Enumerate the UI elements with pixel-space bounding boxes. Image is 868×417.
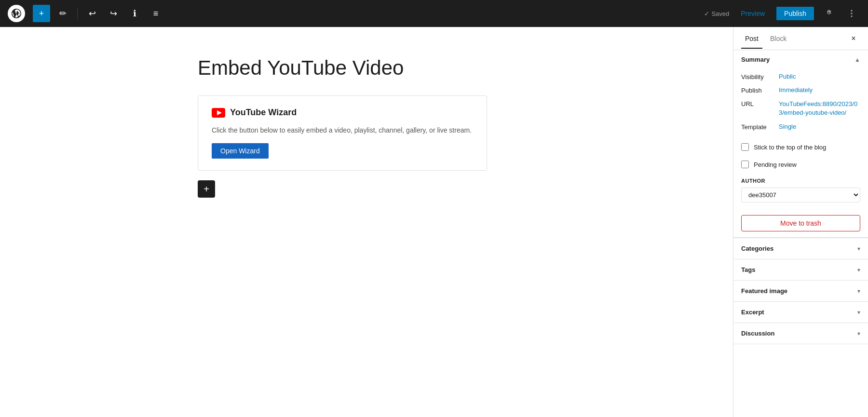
template-row: Template Single <box>741 123 860 131</box>
excerpt-chevron-icon: ▾ <box>857 309 860 316</box>
svg-point-0 <box>851 10 852 12</box>
categories-chevron-icon: ▾ <box>857 245 860 252</box>
settings-button[interactable] <box>820 5 837 22</box>
summary-title: Summary <box>741 56 770 63</box>
saved-indicator: ✓ Saved <box>704 10 729 17</box>
wizard-title: YouTube Wizard <box>230 108 297 118</box>
post-title[interactable]: Embed YouTube Video <box>198 56 535 80</box>
undo-button[interactable]: ↩ <box>83 5 101 22</box>
excerpt-title: Excerpt <box>741 309 764 316</box>
youtube-wizard-block[interactable]: YouTube Wizard Click the button below to… <box>198 95 487 171</box>
tags-title: Tags <box>741 266 755 273</box>
excerpt-section: Excerpt ▾ <box>733 302 868 323</box>
stick-to-top-checkbox[interactable] <box>741 143 749 151</box>
info-button[interactable]: ℹ <box>126 5 143 22</box>
author-label: AUTHOR <box>741 178 860 184</box>
wp-logo[interactable] <box>8 5 25 22</box>
sidebar: Post Block × Summary ▲ Visibility Public… <box>733 27 868 417</box>
excerpt-header[interactable]: Excerpt ▾ <box>733 302 868 323</box>
toolbar-right: ✓ Saved Preview Publish <box>704 5 860 22</box>
categories-title: Categories <box>741 245 773 252</box>
editor-area: Embed YouTube Video YouTube Wizard Click… <box>0 27 733 417</box>
sidebar-header: Post Block × <box>733 27 868 50</box>
main-layout: Embed YouTube Video YouTube Wizard Click… <box>0 27 868 417</box>
categories-header[interactable]: Categories ▾ <box>733 238 868 259</box>
publish-button[interactable]: Publish <box>776 7 814 20</box>
author-section: AUTHOR dee35007 <box>733 173 868 209</box>
featured-image-section: Featured image ▾ <box>733 281 868 302</box>
tags-header[interactable]: Tags ▾ <box>733 259 868 280</box>
editor-content: Embed YouTube Video YouTube Wizard Click… <box>178 56 555 198</box>
open-wizard-button[interactable]: Open Wizard <box>212 143 269 159</box>
featured-image-chevron-icon: ▾ <box>857 288 860 295</box>
url-row: URL YouTubeFeeds:8890/2023/03/embed-yout… <box>741 100 860 117</box>
add-block-inline-button[interactable]: + <box>198 180 215 198</box>
template-value[interactable]: Single <box>779 123 860 130</box>
tab-post[interactable]: Post <box>741 29 762 48</box>
publish-value[interactable]: Immediately <box>779 86 860 94</box>
discussion-title: Discussion <box>741 330 774 337</box>
svg-point-1 <box>851 13 852 14</box>
discussion-header[interactable]: Discussion ▾ <box>733 323 868 344</box>
template-label: Template <box>741 123 775 131</box>
toolbar: + ✏ ↩ ↪ ℹ ≡ ✓ Saved Preview Publish <box>0 0 868 27</box>
summary-grid: Visibility Public Publish Immediately UR… <box>733 69 868 138</box>
edit-button[interactable]: ✏ <box>54 5 71 22</box>
visibility-label: Visibility <box>741 73 775 81</box>
url-label: URL <box>741 100 775 108</box>
featured-image-title: Featured image <box>741 287 787 295</box>
publish-label: Publish <box>741 86 775 94</box>
move-to-trash-button[interactable]: Move to trash <box>741 215 860 231</box>
pending-review-label[interactable]: Pending review <box>754 161 797 168</box>
summary-toggle-icon: ▲ <box>854 56 860 63</box>
separator <box>77 8 78 19</box>
trash-section: Move to trash <box>733 209 868 238</box>
summary-section-header[interactable]: Summary ▲ <box>733 50 868 69</box>
publish-row: Publish Immediately <box>741 86 860 94</box>
categories-section: Categories ▾ <box>733 238 868 259</box>
author-select[interactable]: dee35007 <box>741 188 860 202</box>
tags-section: Tags ▾ <box>733 259 868 281</box>
stick-to-top-row: Stick to the top of the blog <box>733 138 868 156</box>
pending-review-checkbox[interactable] <box>741 161 749 168</box>
svg-point-2 <box>851 15 852 17</box>
youtube-icon <box>212 108 225 118</box>
saved-text: Saved <box>711 10 729 17</box>
redo-button[interactable]: ↪ <box>105 5 122 22</box>
wizard-description: Click the button below to easily embed a… <box>212 125 473 135</box>
visibility-value[interactable]: Public <box>779 73 860 80</box>
more-options-button[interactable] <box>843 5 860 22</box>
summary-section: Summary ▲ Visibility Public Publish Imme… <box>733 50 868 238</box>
add-block-toolbar-button[interactable]: + <box>33 5 50 22</box>
discussion-section: Discussion ▾ <box>733 323 868 344</box>
discussion-chevron-icon: ▾ <box>857 330 860 337</box>
pending-review-row: Pending review <box>733 156 868 173</box>
tags-chevron-icon: ▾ <box>857 267 860 273</box>
featured-image-header[interactable]: Featured image ▾ <box>733 281 868 301</box>
tab-block[interactable]: Block <box>766 29 790 48</box>
stick-to-top-label[interactable]: Stick to the top of the blog <box>754 144 826 151</box>
url-value[interactable]: YouTubeFeeds:8890/2023/03/embed-youtube-… <box>779 100 860 117</box>
wizard-header: YouTube Wizard <box>212 108 473 118</box>
preview-button[interactable]: Preview <box>735 7 771 20</box>
checkmark-icon: ✓ <box>704 10 709 17</box>
list-view-button[interactable]: ≡ <box>147 5 164 22</box>
visibility-row: Visibility Public <box>741 73 860 81</box>
sidebar-close-button[interactable]: × <box>847 32 860 45</box>
